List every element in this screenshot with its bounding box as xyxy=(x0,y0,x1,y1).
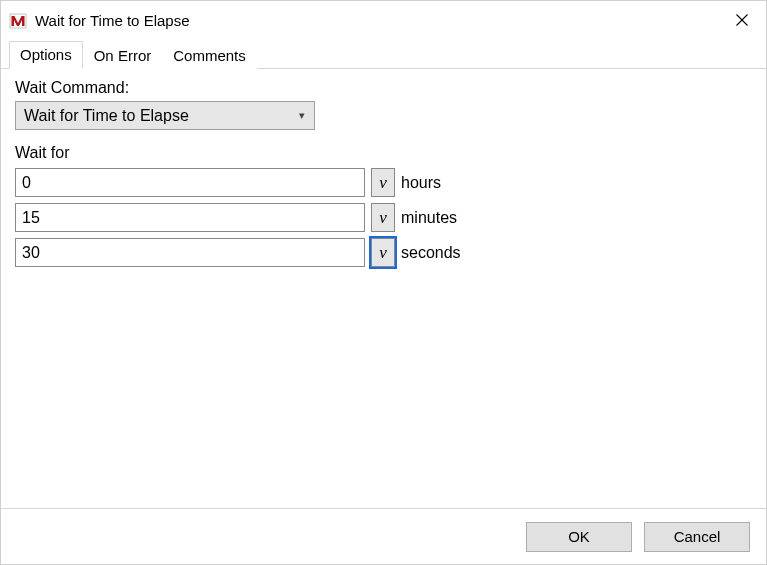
variable-button-minutes[interactable]: v xyxy=(371,203,395,232)
variable-button-hours[interactable]: v xyxy=(371,168,395,197)
tab-panel-options: Wait Command: Wait for Time to Elapse ▾ … xyxy=(1,69,766,508)
cancel-button[interactable]: Cancel xyxy=(644,522,750,552)
tab-bar: Options On Error Comments xyxy=(1,39,766,69)
seconds-input[interactable] xyxy=(15,238,365,267)
wait-row-hours: v hours xyxy=(15,168,752,197)
dialog-button-bar: OK Cancel xyxy=(1,508,766,564)
dialog-window: Wait for Time to Elapse Options On Error… xyxy=(0,0,767,565)
hours-input[interactable] xyxy=(15,168,365,197)
app-icon xyxy=(9,11,27,29)
minutes-input[interactable] xyxy=(15,203,365,232)
tab-options[interactable]: Options xyxy=(9,41,83,69)
wait-command-selected: Wait for Time to Elapse xyxy=(24,107,294,125)
wait-row-seconds: v seconds xyxy=(15,238,752,267)
wait-command-dropdown[interactable]: Wait for Time to Elapse ▾ xyxy=(15,101,315,130)
close-icon xyxy=(736,14,748,26)
tab-on-error[interactable]: On Error xyxy=(83,42,163,69)
close-button[interactable] xyxy=(718,1,766,39)
hours-unit-label: hours xyxy=(401,174,441,192)
titlebar: Wait for Time to Elapse xyxy=(1,1,766,39)
chevron-down-icon: ▾ xyxy=(294,109,310,122)
wait-command-label: Wait Command: xyxy=(15,79,752,97)
ok-button[interactable]: OK xyxy=(526,522,632,552)
tab-comments[interactable]: Comments xyxy=(162,42,257,69)
seconds-unit-label: seconds xyxy=(401,244,461,262)
window-title: Wait for Time to Elapse xyxy=(35,12,718,29)
minutes-unit-label: minutes xyxy=(401,209,457,227)
wait-for-grid: v hours v minutes v seconds xyxy=(15,168,752,267)
variable-button-seconds[interactable]: v xyxy=(371,238,395,267)
wait-row-minutes: v minutes xyxy=(15,203,752,232)
wait-for-label: Wait for xyxy=(15,144,752,162)
